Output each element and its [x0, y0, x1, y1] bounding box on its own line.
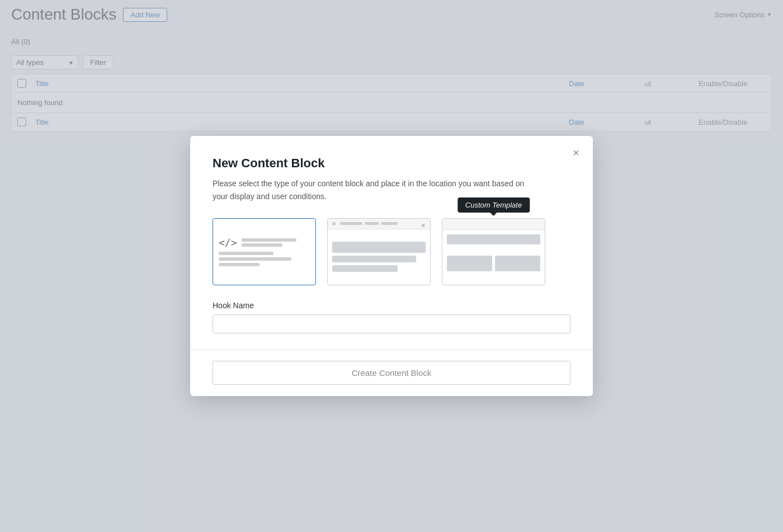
custom-block-full: [447, 234, 540, 244]
modal: × New Content Block Please select the ty…: [190, 136, 593, 396]
code-line-3: [219, 252, 273, 255]
block-types-container: </>: [213, 218, 570, 285]
modal-footer: Create Content Block: [190, 350, 593, 396]
header-line-1: [340, 222, 362, 225]
hook-name-section: Hook Name: [213, 301, 570, 333]
visual-block-1: [332, 242, 426, 253]
code-lines-right: [242, 238, 310, 247]
hook-name-label: Hook Name: [213, 301, 570, 310]
visual-card-body: [328, 229, 430, 285]
modal-overlay: × New Content Block Please select the ty…: [0, 0, 783, 532]
hook-name-input[interactable]: [213, 314, 570, 333]
header-lines: [340, 222, 398, 225]
code-line-4: [219, 257, 291, 261]
visual-block-2: [332, 256, 416, 262]
custom-card-body: [442, 230, 545, 285]
modal-title: New Content Block: [213, 156, 570, 171]
visual-close-icon: ✕: [421, 222, 426, 229]
custom-block-half-1: [447, 256, 492, 271]
custom-card-header: [442, 219, 545, 230]
code-icon-row: </>: [219, 237, 310, 248]
create-content-block-button[interactable]: Create Content Block: [213, 361, 570, 385]
code-line-1: [242, 238, 296, 242]
code-line-2: [242, 243, 282, 247]
block-type-visual[interactable]: ✕: [327, 218, 431, 285]
modal-close-button[interactable]: ×: [570, 145, 582, 161]
code-card-inner: </>: [213, 231, 315, 272]
header-dot-1: [332, 222, 336, 225]
custom-block-half-2: [495, 256, 540, 271]
code-brackets-icon: </>: [219, 237, 237, 248]
visual-block-3: [332, 265, 398, 272]
block-type-custom[interactable]: [442, 218, 545, 285]
modal-body: New Content Block Please select the type…: [190, 136, 593, 333]
custom-template-tooltip: Custom Template: [457, 197, 530, 213]
header-line-3: [381, 222, 398, 225]
code-line-5: [219, 263, 260, 266]
custom-template-tooltip-container: Custom Template: [442, 218, 545, 285]
block-type-code[interactable]: </>: [213, 218, 316, 285]
header-line-2: [365, 222, 379, 225]
code-lines-bottom: [219, 252, 310, 266]
visual-card-header: [328, 219, 430, 229]
